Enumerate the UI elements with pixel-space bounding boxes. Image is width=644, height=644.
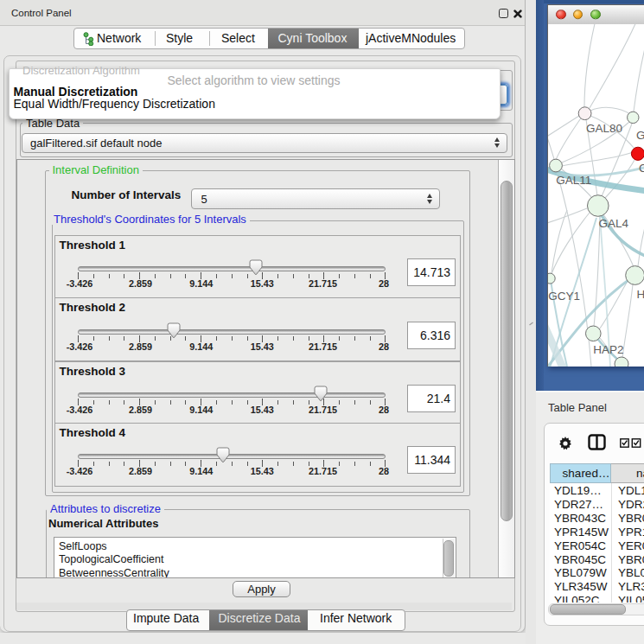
svg-text:GAL11: GAL11 [556,174,591,187]
svg-text:GA: GA [636,128,644,141]
svg-text:GCY1: GCY1 [548,289,580,302]
svg-text:GAL80: GAL80 [586,121,622,134]
svg-text:HAP2: HAP2 [593,343,623,356]
svg-text:GAL4: GAL4 [598,217,628,230]
svg-text:C: C [639,162,644,175]
svg-text:H: H [636,288,644,301]
